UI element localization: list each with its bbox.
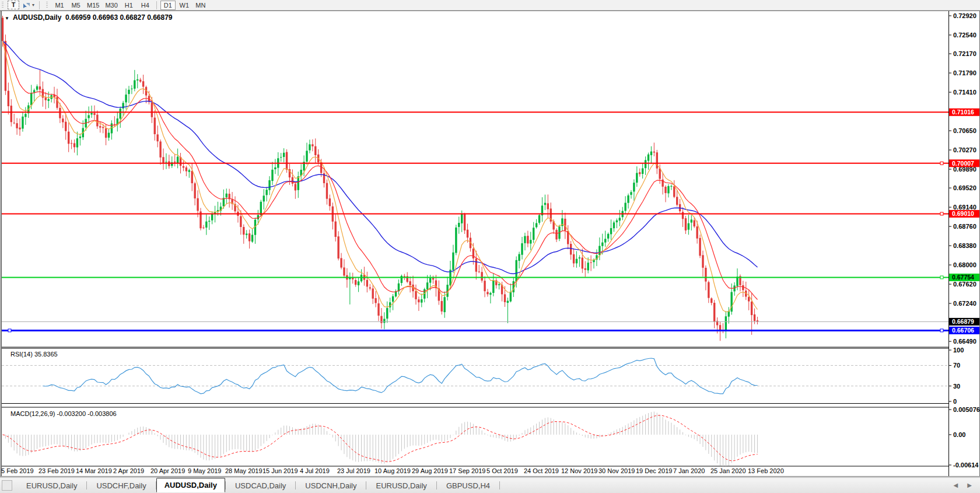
date-tick-label: 28 May 2019: [225, 467, 262, 474]
date-tick-label: 30 Nov 2019: [598, 467, 635, 474]
date-tick-label: 23 Feb 2019: [38, 467, 75, 474]
price-tick-label: 0.69140: [953, 204, 977, 211]
timeframe-button-m30[interactable]: M30: [103, 1, 120, 10]
timeframe-button-h4[interactable]: H4: [138, 1, 153, 10]
toolbar-separator: [39, 1, 40, 9]
price-level-badge: 0.69010: [952, 210, 974, 217]
price-level-badge: 0.66706: [952, 327, 974, 334]
rsi-tick-label: 0: [953, 398, 957, 405]
date-tick-label: 24 Oct 2019: [524, 467, 559, 474]
rsi-indicator-label: RSI(14) 35.8365: [10, 351, 58, 358]
date-tick-label: 5 Oct 2019: [487, 467, 518, 474]
rsi-tick-label: 70: [953, 362, 960, 369]
date-tick-label: 5 Feb 2019: [1, 467, 34, 474]
tab-audusd-daily[interactable]: AUDUSD,Daily: [156, 478, 225, 492]
rsi-tick-label: 100: [953, 347, 964, 354]
price-level-badge: 0.66879: [952, 318, 974, 325]
chart-title-symbol: AUDUSD,Daily: [13, 13, 62, 22]
date-tick-label: 20 Apr 2019: [150, 467, 185, 474]
price-level-badge: 0.70007: [952, 160, 974, 167]
timeframe-button-h1[interactable]: H1: [121, 1, 136, 10]
drawing-tools-icon[interactable]: [22, 1, 31, 10]
toolbar-grip-2[interactable]: [46, 2, 48, 9]
date-tick-label: 12 Nov 2019: [561, 467, 597, 474]
tab-eurusd-daily-2[interactable]: EURUSD,Daily: [366, 479, 436, 492]
moving-averages: [3, 41, 758, 312]
scroll-left-icon[interactable]: ◀: [954, 482, 958, 488]
date-tick-label: 2 Apr 2019: [113, 467, 144, 474]
price-tick-label: 0.72540: [953, 32, 977, 39]
price-tick-label: 0.68760: [953, 223, 977, 230]
date-tick-label: 19 Dec 2019: [636, 467, 672, 474]
date-axis: 5 Feb 201923 Feb 201914 Mar 20192 Apr 20…: [1, 467, 784, 474]
date-tick-label: 13 Feb 2020: [748, 467, 784, 474]
candles: [2, 16, 758, 341]
chart-title-ohlc: 0.66959 0.66963 0.66827 0.66879: [65, 13, 173, 22]
tabbar-corner-button[interactable]: [2, 480, 12, 491]
scroll-right-icon[interactable]: ▶: [967, 482, 972, 488]
window-collapse-icon[interactable]: ▼: [5, 16, 9, 21]
chart-window: 0.729200.725400.721700.717900.714100.706…: [0, 11, 980, 477]
tab-eurusd-daily[interactable]: EURUSD,Daily: [17, 479, 86, 492]
macd-indicator-label: MACD(12,26,9) -0.003200 -0.003806: [10, 410, 117, 417]
macd-signal-line: [3, 415, 758, 461]
date-tick-label: 29 Aug 2019: [412, 467, 448, 474]
date-tick-label: 23 Jul 2019: [337, 467, 370, 474]
price-axis: 0.729200.725400.721700.717900.714100.706…: [949, 12, 979, 345]
rsi-line: [43, 358, 757, 394]
date-tick-label: 17 Sep 2019: [449, 467, 485, 474]
top-toolbar: T ▾ M1M5M15M30H1H4D1W1MN: [0, 0, 980, 11]
price-tick-label: 0.72920: [953, 12, 977, 19]
price-level-badge: 0.67754: [952, 274, 974, 281]
date-tick-label: 9 May 2019: [188, 467, 221, 474]
window-frame: [1, 11, 980, 477]
timeframe-button-m15[interactable]: M15: [85, 1, 102, 10]
rsi-tick-label: 30: [953, 383, 960, 390]
tab-usdcnh-daily[interactable]: USDCNH,Daily: [296, 479, 366, 492]
toolbar-separator: [156, 1, 157, 9]
price-tick-label: 0.68000: [953, 261, 977, 268]
timeframe-button-mn[interactable]: MN: [193, 1, 208, 10]
timeframe-button-group: M1M5M15M30H1H4D1W1MN: [52, 1, 208, 10]
date-tick-label: 4 Jul 2019: [300, 467, 330, 474]
macd-tick-label: -0.00614: [953, 461, 979, 468]
price-tick-label: 0.71790: [953, 69, 977, 76]
price-tick-label: 0.68380: [953, 242, 977, 249]
cursor-arrows-glyph: [22, 1, 31, 9]
price-tick-label: 0.72170: [953, 50, 977, 57]
price-tick-label: 0.69520: [953, 184, 977, 191]
tab-separator: [499, 481, 500, 489]
timeframe-button-w1[interactable]: W1: [177, 1, 192, 10]
date-tick-label: 15 Jun 2019: [262, 467, 298, 474]
date-tick-label: 14 Mar 2019: [76, 467, 112, 474]
date-tick-label: 7 Jan 2020: [673, 467, 705, 474]
tab-scroll-arrows: ◀ ▶: [954, 482, 972, 488]
timeframe-button-m1[interactable]: M1: [52, 1, 67, 10]
macd-histogram: [3, 411, 758, 467]
chart-tab-list: EURUSD,DailyUSDCHF,DailyAUDUSD,DailyUSDC…: [17, 478, 500, 493]
tab-usdcad-daily[interactable]: USDCAD,Daily: [226, 479, 295, 492]
rsi-panel: 10070300: [2, 347, 964, 405]
timeframe-button-m5[interactable]: M5: [68, 1, 83, 10]
price-tick-label: 0.66490: [953, 338, 977, 345]
tab-usdchf-daily[interactable]: USDCHF,Daily: [87, 479, 155, 492]
timeframe-button-d1[interactable]: D1: [160, 1, 176, 10]
price-tick-label: 0.70270: [953, 146, 977, 153]
price-tick-label: 0.67240: [953, 300, 977, 307]
macd-tick-label: 0.00: [953, 431, 965, 438]
price-tick-label: 0.67620: [953, 281, 977, 288]
price-level-badge: 0.71016: [952, 109, 974, 116]
macd-panel: 0.0050760.00-0.00614: [949, 406, 980, 468]
macd-tick-label: 0.005076: [953, 406, 980, 413]
dropdown-caret-icon[interactable]: ▾: [32, 2, 34, 8]
price-tick-label: 0.71410: [953, 89, 977, 96]
tab-gbpusd-h4[interactable]: GBPUSD,H4: [437, 479, 499, 492]
chart-canvas[interactable]: 0.729200.725400.721700.717900.714100.706…: [0, 11, 980, 477]
chart-tabs-bar: EURUSD,DailyUSDCHF,DailyAUDUSD,DailyUSDC…: [0, 477, 980, 493]
toolbar-grip[interactable]: [2, 2, 4, 9]
price-tick-label: 0.70650: [953, 127, 977, 134]
price-levels: [2, 112, 949, 332]
text-tool-button[interactable]: T: [8, 1, 19, 9]
date-tick-label: 25 Jan 2020: [710, 467, 746, 474]
date-tick-label: 10 Aug 2019: [374, 467, 411, 474]
